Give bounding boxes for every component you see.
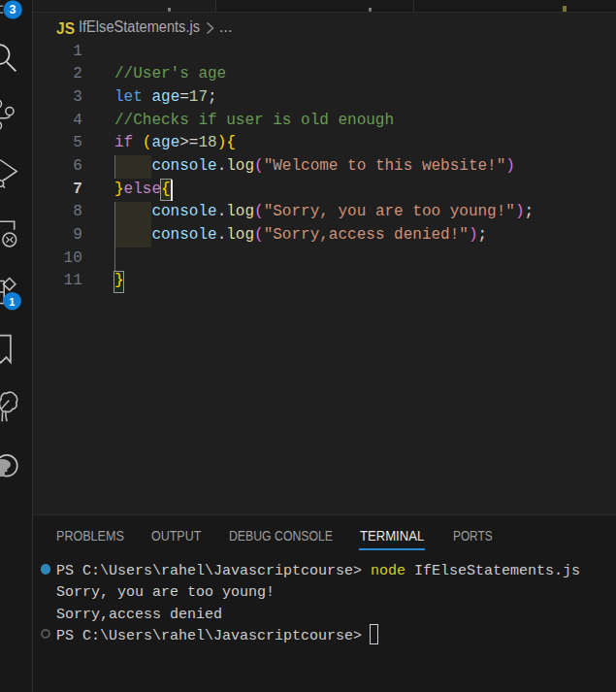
svg-text:1: 1 <box>9 296 15 308</box>
svg-text:3: 3 <box>10 3 16 16</box>
